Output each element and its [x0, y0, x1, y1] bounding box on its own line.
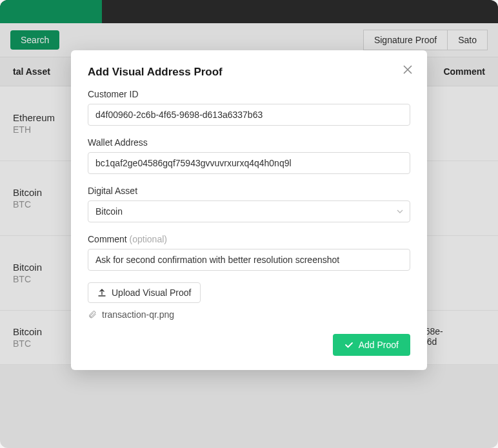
modal-title: Add Visual Address Proof: [88, 66, 410, 79]
add-proof-label: Add Proof: [359, 340, 399, 350]
digital-asset-label: Digital Asset: [88, 186, 410, 196]
attachment-row[interactable]: transaction-qr.png: [88, 309, 410, 320]
add-proof-button[interactable]: Add Proof: [333, 334, 410, 356]
upload-label: Upload Visual Proof: [112, 287, 191, 298]
customer-id-input[interactable]: [88, 104, 410, 126]
modal-backdrop[interactable]: Add Visual Address Proof Customer ID Wal…: [0, 0, 498, 448]
wallet-address-label: Wallet Address: [88, 137, 410, 148]
customer-id-label: Customer ID: [88, 89, 410, 99]
close-icon: [403, 65, 412, 74]
close-button[interactable]: [401, 63, 414, 76]
comment-input[interactable]: [88, 249, 410, 271]
wallet-address-input[interactable]: [88, 152, 410, 174]
upload-icon: [97, 288, 106, 297]
digital-asset-select[interactable]: [88, 200, 410, 222]
check-icon: [344, 340, 354, 349]
add-visual-proof-modal: Add Visual Address Proof Customer ID Wal…: [71, 50, 427, 370]
attachment-name: transaction-qr.png: [102, 309, 174, 320]
upload-visual-proof-button[interactable]: Upload Visual Proof: [88, 282, 201, 303]
comment-label: Comment (optional): [88, 234, 410, 244]
optional-hint: (optional): [130, 234, 167, 244]
paperclip-icon: [88, 310, 97, 319]
